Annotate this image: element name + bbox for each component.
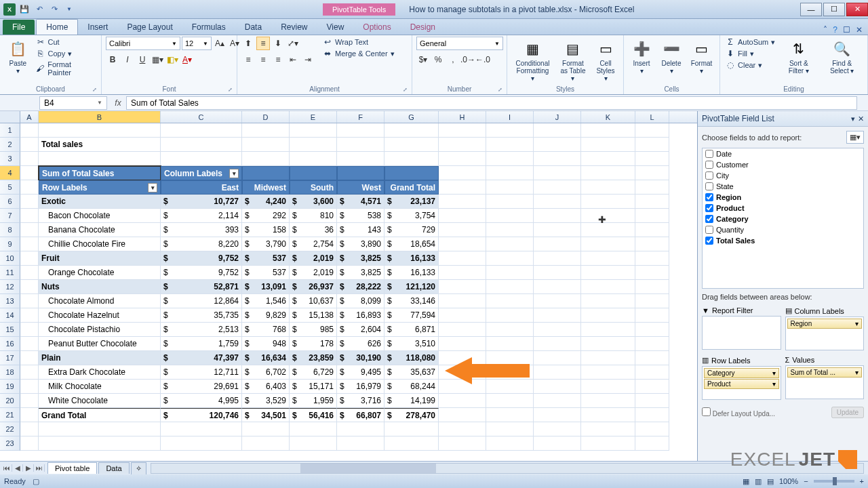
- first-sheet-icon[interactable]: ⏮: [1, 464, 12, 472]
- fill-color-button[interactable]: ◧▾: [165, 53, 179, 66]
- report-filter-area[interactable]: [702, 316, 781, 350]
- increase-decimal-icon[interactable]: .0→: [461, 53, 475, 66]
- close-button[interactable]: ✕: [846, 3, 868, 16]
- minimize-button[interactable]: —: [800, 3, 822, 16]
- tab-page-layout[interactable]: Page Layout: [117, 20, 182, 35]
- delete-cells-button[interactable]: ➖Delete ▾: [658, 37, 685, 76]
- view-break-icon[interactable]: ▤: [767, 477, 774, 486]
- comma-icon[interactable]: ,: [446, 53, 460, 66]
- window-close-icon[interactable]: ✕: [856, 25, 863, 35]
- field-list-close-icon[interactable]: ✕: [858, 115, 864, 123]
- help-icon[interactable]: ?: [833, 25, 837, 35]
- field-list-layout-button[interactable]: ▦▾: [846, 131, 864, 144]
- view-normal-icon[interactable]: ▦: [743, 477, 749, 486]
- tab-formulas[interactable]: Formulas: [182, 20, 235, 35]
- dialog-launcher-icon[interactable]: ⤢: [403, 87, 408, 93]
- number-format-combo[interactable]: General▼: [416, 37, 503, 50]
- fill-button[interactable]: ⬇Fill ▾: [724, 48, 776, 59]
- field-list-fields[interactable]: Date Customer City State Region Product …: [702, 148, 864, 289]
- row-labels-area[interactable]: Category▾Product▾: [702, 366, 781, 400]
- increase-indent-icon[interactable]: ⇥: [301, 53, 315, 66]
- zoom-level[interactable]: 100%: [779, 477, 798, 485]
- zoom-in-icon[interactable]: +: [860, 477, 864, 485]
- conditional-formatting-button[interactable]: ▦Conditional Formatting ▾: [511, 37, 554, 83]
- clear-button[interactable]: ◌Clear ▾: [724, 60, 776, 70]
- merge-center-button[interactable]: ⬌Merge & Center ▾: [321, 48, 396, 59]
- decrease-indent-icon[interactable]: ⇤: [286, 53, 300, 66]
- tab-view[interactable]: View: [317, 20, 354, 35]
- align-bottom-icon[interactable]: ⬇: [271, 37, 285, 50]
- currency-icon[interactable]: $▾: [416, 53, 430, 66]
- fx-icon[interactable]: fx: [110, 98, 126, 108]
- cell-styles-button[interactable]: ▭Cell Styles ▾: [592, 37, 619, 83]
- sheet-tab-data[interactable]: Data: [98, 462, 129, 474]
- decrease-decimal-icon[interactable]: ←.0: [476, 53, 490, 66]
- font-color-button[interactable]: A▾: [180, 53, 194, 66]
- field-quantity[interactable]: Quantity: [703, 224, 863, 235]
- field-category[interactable]: Category: [703, 214, 863, 224]
- view-page-icon[interactable]: ▥: [755, 477, 762, 486]
- maximize-button[interactable]: ☐: [823, 3, 845, 16]
- zoom-out-icon[interactable]: −: [804, 477, 808, 485]
- minimize-ribbon-icon[interactable]: ˄: [823, 25, 827, 35]
- format-as-table-button[interactable]: ▤Format as Table ▾: [557, 37, 589, 83]
- field-product[interactable]: Product: [703, 203, 863, 214]
- tab-insert[interactable]: Insert: [78, 20, 117, 35]
- align-left-icon[interactable]: ≡: [241, 53, 255, 66]
- cut-button[interactable]: ✂Cut: [35, 37, 97, 47]
- align-middle-icon[interactable]: ≡: [256, 37, 270, 50]
- formula-input[interactable]: Sum of Total Sales: [126, 96, 857, 110]
- dialog-launcher-icon[interactable]: ⤢: [228, 87, 233, 93]
- tab-data[interactable]: Data: [235, 20, 271, 35]
- undo-icon[interactable]: ↶: [33, 3, 46, 16]
- field-city[interactable]: City: [703, 170, 863, 181]
- align-center-icon[interactable]: ≡: [256, 53, 270, 66]
- prev-sheet-icon[interactable]: ◀: [12, 464, 23, 472]
- paste-button[interactable]: 📋 Paste ▾: [4, 37, 32, 76]
- wrap-text-button[interactable]: ↩Wrap Text: [321, 37, 396, 47]
- window-restore-icon[interactable]: ☐: [843, 25, 850, 35]
- align-right-icon[interactable]: ≡: [271, 53, 285, 66]
- worksheet[interactable]: ABCDEFGHIJKL 12Total sales34Sum of Total…: [0, 111, 697, 461]
- underline-button[interactable]: U: [136, 53, 149, 66]
- macro-record-icon[interactable]: ▢: [33, 477, 39, 486]
- qat-dropdown-icon[interactable]: ▼: [62, 3, 76, 16]
- field-state[interactable]: State: [703, 181, 863, 192]
- next-sheet-icon[interactable]: ▶: [23, 464, 34, 472]
- bold-button[interactable]: B: [106, 53, 119, 66]
- sort-filter-button[interactable]: ⇅Sort & Filter ▾: [779, 37, 818, 76]
- save-icon[interactable]: 💾: [18, 3, 31, 16]
- insert-cells-button[interactable]: ➕Insert ▾: [628, 37, 655, 76]
- redo-icon[interactable]: ↷: [47, 3, 61, 16]
- tab-home[interactable]: Home: [36, 19, 78, 35]
- font-size-combo[interactable]: 12▼: [182, 37, 212, 50]
- format-painter-button[interactable]: 🖌Format Painter: [35, 60, 97, 77]
- field-total sales[interactable]: Total Sales: [703, 235, 863, 246]
- field-region[interactable]: Region: [703, 192, 863, 203]
- tab-design[interactable]: Design: [401, 20, 445, 35]
- italic-button[interactable]: I: [121, 53, 134, 66]
- orientation-icon[interactable]: ⤢▾: [286, 37, 300, 50]
- percent-icon[interactable]: %: [431, 53, 445, 66]
- find-select-button[interactable]: 🔍Find & Select ▾: [821, 37, 863, 76]
- field-date[interactable]: Date: [703, 148, 863, 159]
- format-cells-button[interactable]: ▭Format ▾: [688, 37, 715, 76]
- values-area[interactable]: Sum of Total ...▾: [785, 365, 865, 399]
- field-customer[interactable]: Customer: [703, 159, 863, 170]
- field-list-menu-icon[interactable]: ▾: [851, 115, 855, 123]
- tab-file[interactable]: File: [3, 20, 35, 35]
- dialog-launcher-icon[interactable]: ⤢: [92, 87, 97, 93]
- align-top-icon[interactable]: ⬆: [241, 37, 255, 50]
- name-box[interactable]: B4▼: [39, 96, 107, 110]
- last-sheet-icon[interactable]: ⏭: [34, 464, 45, 472]
- update-button[interactable]: Update: [831, 407, 864, 418]
- tab-options[interactable]: Options: [353, 20, 400, 35]
- dialog-launcher-icon[interactable]: ⤢: [498, 87, 502, 93]
- tab-review[interactable]: Review: [271, 20, 317, 35]
- new-sheet-icon[interactable]: ✧: [131, 462, 146, 474]
- grow-font-icon[interactable]: A▴: [213, 37, 226, 50]
- copy-button[interactable]: ⎘Copy ▾: [35, 48, 97, 59]
- zoom-slider[interactable]: [814, 480, 854, 483]
- border-button[interactable]: ▦▾: [151, 53, 164, 66]
- autosum-button[interactable]: ΣAutoSum ▾: [724, 37, 776, 47]
